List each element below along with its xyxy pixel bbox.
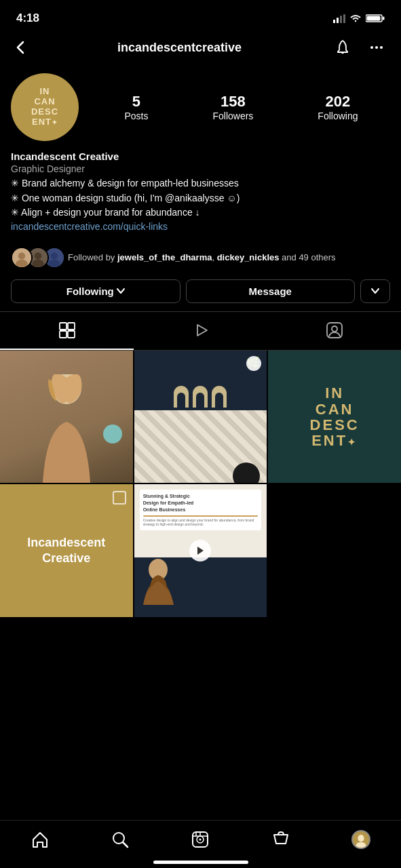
nav-search[interactable] — [104, 827, 136, 852]
battery-icon — [366, 14, 385, 23]
followers-count: 158 — [221, 93, 246, 111]
header-username: incandescentcreative — [117, 41, 242, 55]
svg-point-7 — [370, 46, 373, 49]
following-button[interactable]: Following — [11, 279, 180, 303]
svg-point-8 — [375, 46, 378, 49]
profile-name: Incandescent Creative — [11, 151, 390, 162]
following-label: Following — [318, 111, 358, 121]
signal-icon — [333, 14, 345, 23]
back-button[interactable] — [14, 38, 27, 57]
svg-rect-5 — [383, 17, 385, 20]
svg-rect-3 — [343, 14, 345, 23]
bio-line-2: ✳ One woman design studio (hi, I'm @anik… — [11, 192, 390, 205]
chevron-down-icon — [117, 288, 125, 294]
posts-label: Posts — [124, 111, 148, 121]
nav-home[interactable] — [24, 827, 56, 852]
nav-profile[interactable] — [345, 827, 377, 852]
grid-item[interactable]: IncandescentCreative — [0, 484, 133, 617]
svg-rect-19 — [60, 323, 66, 330]
tag-person-icon — [326, 321, 343, 339]
svg-rect-2 — [340, 16, 342, 23]
bell-icon — [335, 39, 351, 56]
play-button[interactable] — [189, 540, 211, 561]
posts-count: 5 — [132, 93, 140, 111]
svg-point-15 — [32, 259, 44, 267]
svg-rect-21 — [60, 331, 66, 338]
stat-following[interactable]: 202 Following — [318, 93, 358, 121]
follower-avatars — [11, 247, 60, 269]
svg-point-31 — [199, 839, 202, 841]
chevron-down-small-icon — [371, 288, 379, 294]
grid-item[interactable]: INCANDESCENT✦ — [268, 351, 401, 484]
following-count: 202 — [326, 93, 351, 111]
status-time: 4:18 — [16, 12, 39, 25]
svg-rect-22 — [68, 331, 75, 338]
post-4-label: IncandescentCreative — [27, 535, 105, 567]
follower-avatar-1 — [11, 247, 33, 269]
person-icon — [140, 551, 177, 605]
svg-point-24 — [332, 326, 337, 332]
bio-section: Incandescent Creative Graphic Designer ✳… — [0, 151, 401, 240]
action-buttons: Following Message — [0, 277, 401, 311]
search-icon — [111, 830, 130, 849]
more-action-button[interactable] — [360, 279, 390, 303]
svg-point-14 — [35, 252, 42, 260]
followed-by-section: Followed by jewels_of_the_dharma, dickey… — [0, 240, 401, 277]
more-options-button[interactable] — [366, 37, 387, 58]
svg-rect-1 — [337, 18, 339, 23]
bio-line-3: ✳ Align + design your brand for abundanc… — [11, 206, 390, 220]
svg-point-12 — [16, 259, 28, 267]
profile-link[interactable]: incandescentcreative.com/quick-links — [11, 221, 390, 232]
profile-title: Graphic Designer — [11, 163, 390, 174]
status-icons — [333, 14, 385, 23]
svg-rect-20 — [68, 323, 75, 330]
followed-by-text: Followed by jewels_of_the_dharma, dickey… — [68, 252, 336, 264]
play-icon — [192, 321, 210, 339]
svg-point-18 — [48, 259, 60, 267]
shop-icon — [271, 830, 290, 849]
stats-row: 5 Posts 158 Followers 202 Following — [92, 93, 390, 121]
svg-point-9 — [380, 46, 383, 49]
stat-followers[interactable]: 158 Followers — [212, 93, 253, 121]
nav-shop[interactable] — [265, 827, 297, 852]
grid-item[interactable]: Stunning & StrategicDesign for Empath-le… — [134, 484, 267, 617]
svg-rect-0 — [333, 20, 335, 23]
svg-point-17 — [51, 252, 58, 260]
message-button[interactable]: Message — [186, 279, 356, 303]
followers-label: Followers — [212, 111, 253, 121]
notification-button[interactable] — [332, 37, 354, 58]
home-icon — [31, 830, 50, 849]
nav-reels[interactable] — [184, 827, 216, 852]
header-action-icons — [332, 37, 387, 58]
svg-point-36 — [358, 835, 364, 842]
grid-item[interactable] — [0, 351, 133, 484]
wifi-icon — [349, 14, 362, 23]
woman-silhouette — [33, 374, 100, 483]
grid-icon — [58, 321, 76, 339]
ellipsis-icon — [368, 39, 385, 56]
grid-item[interactable]: 🌿 — [134, 351, 267, 484]
posts-grid: 🌿 INCANDESCENT✦ IncandescentCreative — [0, 351, 401, 617]
svg-rect-6 — [367, 16, 381, 21]
profile-section: INCANDESCENT✦ 5 Posts 158 Followers 202 … — [0, 65, 401, 141]
header-nav: incandescentcreative — [0, 34, 401, 65]
status-bar: 4:18 — [0, 0, 401, 34]
profile-avatar-icon — [353, 831, 369, 848]
tab-bar — [0, 311, 401, 351]
bio-line-1: ✳ Brand alchemy & design for empath-led … — [11, 177, 390, 191]
avatar: INCANDESCENT✦ — [11, 73, 79, 141]
reels-icon — [191, 830, 210, 849]
tab-tagged[interactable] — [267, 312, 401, 350]
tab-reels[interactable] — [134, 312, 267, 350]
stat-posts[interactable]: 5 Posts — [124, 93, 148, 121]
profile-top: INCANDESCENT✦ 5 Posts 158 Followers 202 … — [11, 73, 390, 141]
home-indicator — [153, 861, 248, 864]
tab-grid[interactable] — [0, 312, 134, 350]
svg-point-11 — [18, 252, 26, 260]
